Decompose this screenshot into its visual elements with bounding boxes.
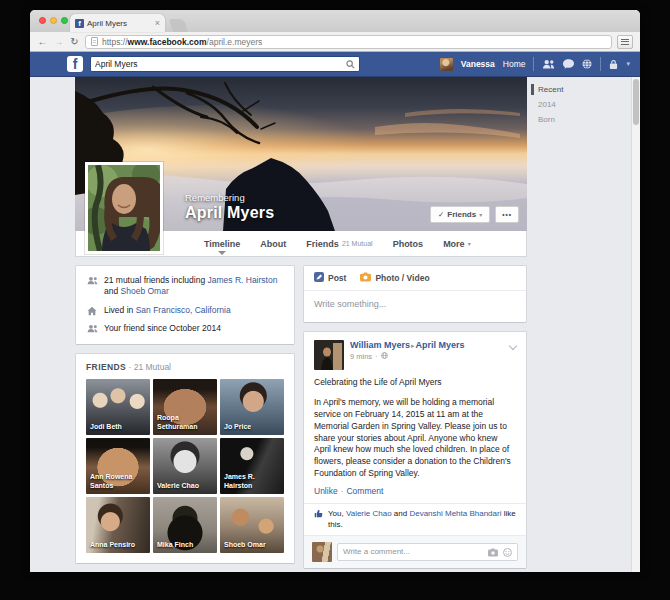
cover-name-block: Remembering April Myers xyxy=(185,192,274,222)
liker-link[interactable]: Valerie Chao xyxy=(346,509,392,518)
composer-input[interactable]: Write something... xyxy=(304,291,526,322)
liker-link[interactable]: Devanshi Mehta Bhandari xyxy=(409,509,501,518)
caret-down-icon: ▾ xyxy=(479,211,482,218)
unlike-link[interactable]: Unlike xyxy=(314,486,338,496)
tab-photos-label: Photos xyxy=(393,239,424,249)
friend-tile[interactable]: Jodi Beth xyxy=(86,379,150,435)
profile-name: April Myers xyxy=(185,204,274,222)
cover-buttons: ✓Friends▾ ••• xyxy=(430,206,519,223)
notifications-globe-icon[interactable] xyxy=(582,59,592,69)
timeline-nav-born[interactable]: Born xyxy=(530,112,588,127)
mutual-friend-link[interactable]: James R. Hairston xyxy=(207,275,277,285)
comment-input[interactable] xyxy=(343,547,483,556)
home-icon xyxy=(86,305,98,316)
search-icon[interactable] xyxy=(346,60,355,69)
forward-button[interactable]: → xyxy=(53,37,64,47)
home-link[interactable]: Home xyxy=(503,59,526,69)
profile-page: Remembering April Myers ✓Friends▾ ••• xyxy=(75,77,527,572)
post-target-link[interactable]: April Myers xyxy=(415,340,464,350)
friends-button-label: Friends xyxy=(447,210,476,219)
search-input[interactable] xyxy=(95,59,346,69)
friend-tile[interactable]: Shoeb Omar xyxy=(220,497,284,553)
left-column: 21 mutual friends including James R. Hai… xyxy=(75,265,295,572)
composer-tab-post[interactable]: Post xyxy=(314,272,346,284)
hamburger-icon xyxy=(621,39,629,45)
profile-picture[interactable] xyxy=(85,162,163,254)
friend-tile[interactable]: Roopa Sethuraman xyxy=(153,379,217,435)
friend-name: Jo Price xyxy=(224,423,281,432)
post-menu-chevron-icon[interactable] xyxy=(509,342,517,350)
facebook-search[interactable] xyxy=(90,56,360,72)
timeline-year-nav: Recent 2014 Born xyxy=(530,82,588,128)
commenter-avatar xyxy=(312,542,332,562)
facebook-navbar: f Vanessa Home xyxy=(30,52,640,77)
tab-title: April Myers xyxy=(87,19,152,28)
tab-more[interactable]: More▾ xyxy=(433,231,481,256)
tab-friends[interactable]: Friends21 Mutual xyxy=(296,231,382,256)
reload-button[interactable]: ↻ xyxy=(69,37,80,47)
friends-icon xyxy=(86,275,98,298)
city-link[interactable]: San Francisco, California xyxy=(136,305,231,315)
timeline-nav-2014[interactable]: 2014 xyxy=(530,97,588,112)
close-tab-icon[interactable]: × xyxy=(155,19,160,28)
privacy-shortcuts-lock-icon[interactable] xyxy=(609,59,618,70)
profile-link[interactable]: Vanessa xyxy=(461,59,495,69)
comment-camera-icon[interactable] xyxy=(488,543,498,561)
comment-emoji-icon[interactable] xyxy=(503,543,512,561)
scrollbar[interactable] xyxy=(631,77,640,572)
friends-grid: Jodi Beth Roopa Sethuraman Jo Price Ann … xyxy=(86,379,284,553)
close-window-button[interactable] xyxy=(39,17,46,24)
friend-tile[interactable]: James R. Hairston xyxy=(220,438,284,494)
post-author-link[interactable]: William Myers xyxy=(350,340,410,350)
minimize-window-button[interactable] xyxy=(50,17,57,24)
mutual-friend-link[interactable]: Shoeb Omar xyxy=(121,286,169,296)
browser-tab-strip: f April Myers × xyxy=(30,10,640,32)
messages-icon[interactable] xyxy=(563,59,574,69)
post-text: In April's memory, we will be holding a … xyxy=(314,397,516,480)
comment-input-box[interactable] xyxy=(337,543,518,561)
dot-separator: · xyxy=(375,352,378,361)
tab-about[interactable]: About xyxy=(250,231,296,256)
more-options-button[interactable]: ••• xyxy=(495,206,519,223)
friend-name: Roopa Sethuraman xyxy=(157,414,214,432)
friend-tile[interactable]: Jo Price xyxy=(220,379,284,435)
tab-about-label: About xyxy=(260,239,286,249)
friends-box-header: FRIENDS · 21 Mutual xyxy=(86,362,284,372)
tab-timeline[interactable]: Timeline xyxy=(194,231,250,256)
friend-since-row: Your friend since October 2014 xyxy=(86,323,284,334)
timeline-nav-recent[interactable]: Recent xyxy=(530,82,588,97)
friends-box-title[interactable]: FRIENDS xyxy=(86,362,126,372)
like-thumb-icon xyxy=(314,509,323,521)
post-timestamp[interactable]: 9 mins xyxy=(350,352,372,361)
tab-photos[interactable]: Photos xyxy=(383,231,434,256)
account-settings-caret-icon[interactable]: ▾ xyxy=(626,60,630,68)
facebook-logo[interactable]: f xyxy=(67,56,83,72)
new-tab-button[interactable] xyxy=(169,19,188,32)
friend-tile[interactable]: Ann Rowena Santos xyxy=(86,438,150,494)
comment-link[interactable]: Comment xyxy=(346,486,383,496)
back-button[interactable]: ← xyxy=(37,37,48,47)
post-byline: William Myers▸April Myers xyxy=(350,340,465,351)
friend-since-text: Your friend since October 2014 xyxy=(104,323,221,334)
privacy-globe-icon xyxy=(381,352,388,361)
friend-tile[interactable]: Anna Pensiro xyxy=(86,497,150,553)
zoom-window-button[interactable] xyxy=(61,17,68,24)
post-meta: William Myers▸April Myers 9 mins · xyxy=(350,340,465,370)
page-icon xyxy=(91,37,98,46)
post-header: William Myers▸April Myers 9 mins · xyxy=(304,332,526,374)
address-bar[interactable]: https://www.facebook.com/april.e.meyers xyxy=(85,35,612,49)
post-title-text: Celebrating the Life of April Myers xyxy=(314,377,516,389)
scrollbar-thumb[interactable] xyxy=(633,79,639,125)
friends-button[interactable]: ✓Friends▾ xyxy=(430,206,490,223)
composer-tab-photo-video[interactable]: Photo / Video xyxy=(360,272,429,284)
author-avatar[interactable] xyxy=(314,340,344,370)
friend-tile[interactable]: Valerie Chao xyxy=(153,438,217,494)
post-body: Celebrating the Life of April Myers In A… xyxy=(304,374,526,486)
friend-requests-icon[interactable] xyxy=(542,59,555,69)
friend-tile[interactable]: Mika Finch xyxy=(153,497,217,553)
browser-toolbar: ← → ↻ https://www.facebook.com/april.e.m… xyxy=(30,32,640,52)
browser-menu-button[interactable] xyxy=(617,35,633,49)
shared-with-arrow-icon: ▸ xyxy=(411,342,415,349)
browser-tab[interactable]: f April Myers × xyxy=(70,14,165,32)
navbar-right: Vanessa Home ▾ xyxy=(440,57,630,71)
